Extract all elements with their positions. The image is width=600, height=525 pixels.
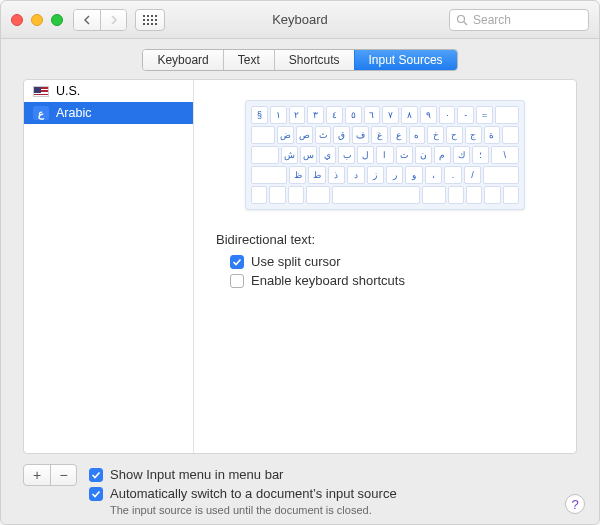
key-space [332,186,420,204]
footer-options: Show Input menu in menu bar Automaticall… [89,464,577,516]
enable-shortcuts-label: Enable keyboard shortcuts [251,273,405,288]
key: ظ [289,166,306,184]
key: ٧ [382,106,399,124]
key: د [347,166,364,184]
add-remove-buttons: + − [23,464,77,486]
forward-button[interactable] [100,10,126,30]
key: ٣ [307,106,324,124]
key: ي [319,146,336,164]
key: ٩ [420,106,437,124]
input-source-label: U.S. [56,84,80,98]
key: ق [333,126,350,144]
key: . [444,166,461,184]
search-field[interactable]: Search [449,9,589,31]
svg-point-0 [458,15,465,22]
window-title: Keyboard [272,12,328,27]
key: - [457,106,474,124]
key: ٦ [364,106,381,124]
grid-icon [143,15,157,25]
key: ت [396,146,413,164]
key: خ [427,126,444,144]
split-cursor-label: Use split cursor [251,254,341,269]
segmented-tabs: Keyboard Text Shortcuts Input Sources [142,49,457,71]
keyboard-preview: § ١ ٢ ٣ ٤ ٥ ٦ ٧ ٨ ٩ ٠ - = ض [245,100,525,210]
input-source-us[interactable]: U.S. [24,80,193,102]
key: ل [357,146,374,164]
key: ك [453,146,470,164]
key: س [300,146,317,164]
key-return: \ [491,146,519,164]
key: ٠ [439,106,456,124]
tab-shortcuts[interactable]: Shortcuts [274,50,354,70]
key [502,126,519,144]
input-source-arabic[interactable]: ع Arabic [24,102,193,124]
key: م [434,146,451,164]
close-window-button[interactable] [11,14,23,26]
key-fn [251,186,267,204]
key: ا [376,146,393,164]
key-opt-left [288,186,304,204]
titlebar: Keyboard Search [1,1,599,39]
key: ؛ [472,146,489,164]
key: ض [277,126,294,144]
key: ، [425,166,442,184]
bidirectional-section: Bidirectional text: Use split cursor Ena… [210,232,560,290]
show-input-menu-checkbox[interactable] [89,468,103,482]
key-shift-right [483,166,519,184]
tab-keyboard[interactable]: Keyboard [143,50,222,70]
key-arrow [466,186,482,204]
main-panel: U.S. ع Arabic § ١ ٢ ٣ ٤ ٥ ٦ ٧ ٨ ٩ [23,79,577,454]
search-icon [456,14,468,26]
key: ر [386,166,403,184]
auto-switch-hint: The input source is used until the docum… [89,504,577,516]
auto-switch-label: Automatically switch to a document’s inp… [110,486,397,501]
key: ١ [270,106,287,124]
key-shift-left [251,166,287,184]
show-all-button[interactable] [135,9,165,31]
auto-switch-option[interactable]: Automatically switch to a document’s inp… [89,484,577,503]
minimize-window-button[interactable] [31,14,43,26]
arabic-icon: ع [33,106,49,120]
split-cursor-checkbox[interactable] [230,255,244,269]
key: ش [281,146,298,164]
key: ب [338,146,355,164]
key: ٢ [289,106,306,124]
auto-switch-checkbox[interactable] [89,487,103,501]
traffic-lights [11,14,63,26]
key: § [251,106,268,124]
key: ذ [328,166,345,184]
tab-input-sources[interactable]: Input Sources [354,50,457,70]
show-input-menu-label: Show Input menu in menu bar [110,467,283,482]
input-source-label: Arabic [56,106,91,120]
enable-shortcuts-option[interactable]: Enable keyboard shortcuts [216,271,560,290]
key: ع [390,126,407,144]
key-arrow [484,186,500,204]
key: ن [415,146,432,164]
key-tab [251,126,275,144]
key: / [464,166,481,184]
nav-buttons [73,9,127,31]
key: ٨ [401,106,418,124]
help-button[interactable]: ? [565,494,585,514]
key: غ [371,126,388,144]
key: ص [296,126,313,144]
remove-source-button[interactable]: − [50,465,76,485]
show-input-menu-option[interactable]: Show Input menu in menu bar [89,465,577,484]
key-caps [251,146,279,164]
key: ه [409,126,426,144]
key: ج [465,126,482,144]
tab-text[interactable]: Text [223,50,274,70]
back-button[interactable] [74,10,100,30]
add-source-button[interactable]: + [24,465,50,485]
zoom-window-button[interactable] [51,14,63,26]
key-ctrl [269,186,285,204]
svg-line-1 [464,22,467,25]
key: = [476,106,493,124]
enable-shortcuts-checkbox[interactable] [230,274,244,288]
key: ة [484,126,501,144]
key-cmd-left [306,186,330,204]
split-cursor-option[interactable]: Use split cursor [216,252,560,271]
key-cmd-right [422,186,446,204]
input-source-list: U.S. ع Arabic [24,80,194,453]
key: ح [446,126,463,144]
